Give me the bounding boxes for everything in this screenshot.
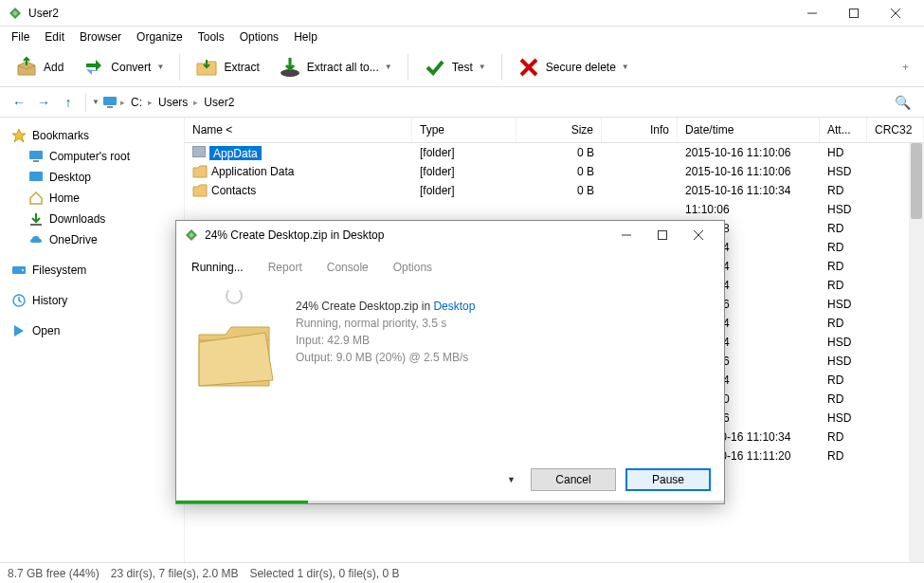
sidebar-item-desktop[interactable]: Desktop bbox=[23, 167, 178, 188]
dialog-maximize-button[interactable] bbox=[644, 222, 680, 248]
dialog-minimize-button[interactable] bbox=[608, 222, 644, 248]
convert-button[interactable]: Convert ▼ bbox=[75, 52, 172, 82]
tab-report[interactable]: Report bbox=[264, 255, 306, 280]
menu-organize[interactable]: Organize bbox=[129, 28, 190, 46]
chevron-down-icon[interactable]: ▼ bbox=[385, 63, 392, 71]
table-row[interactable]: Contacts[folder]0 B2015-10-16 11:10:34RD bbox=[185, 181, 924, 200]
tab-options[interactable]: Options bbox=[390, 255, 436, 280]
menu-edit[interactable]: Edit bbox=[37, 28, 72, 46]
folder-icon bbox=[192, 165, 208, 178]
sidebar-label: Bookmarks bbox=[32, 129, 89, 142]
sidebar-filesystem[interactable]: Filesystem bbox=[6, 260, 178, 281]
minimize-button[interactable] bbox=[791, 0, 833, 27]
sidebar-bookmarks[interactable]: Bookmarks bbox=[6, 125, 178, 146]
col-type[interactable]: Type bbox=[412, 118, 516, 142]
dialog-tabs: Running... Report Console Options bbox=[176, 249, 724, 280]
chevron-down-icon[interactable]: ▼ bbox=[479, 63, 486, 71]
convert-icon bbox=[82, 56, 105, 79]
chevron-down-icon[interactable]: ▼ bbox=[92, 98, 100, 106]
scrollbar[interactable] bbox=[909, 143, 924, 562]
sidebar-item-onedrive[interactable]: OneDrive bbox=[23, 229, 178, 250]
home-icon bbox=[28, 191, 44, 206]
crumb-users[interactable]: Users bbox=[154, 94, 191, 111]
tab-running[interactable]: Running... bbox=[188, 255, 247, 280]
cell-date: 2015-10-16 11:10:06 bbox=[678, 165, 820, 178]
navbar: ← → ↑ ▼ ▸ C: ▸ Users ▸ User2 🔍 bbox=[0, 87, 924, 118]
add-button[interactable]: Add bbox=[8, 52, 71, 82]
toolbar-separator bbox=[501, 54, 502, 81]
cell-type: [folder] bbox=[412, 146, 516, 159]
sidebar-history[interactable]: History bbox=[6, 290, 178, 311]
menu-tools[interactable]: Tools bbox=[190, 28, 232, 46]
svg-rect-5 bbox=[103, 97, 117, 105]
menu-file[interactable]: File bbox=[4, 28, 37, 46]
cell-att: HSD bbox=[820, 355, 867, 368]
sidebar-item-home[interactable]: Home bbox=[23, 188, 178, 209]
col-att[interactable]: Att... bbox=[820, 118, 867, 142]
forward-button[interactable]: → bbox=[32, 91, 55, 114]
menubar: File Edit Browser Organize Tools Options… bbox=[0, 27, 924, 47]
chevron-down-icon[interactable]: ▼ bbox=[622, 63, 629, 71]
folder-out-icon bbox=[195, 56, 218, 79]
pause-button[interactable]: Pause bbox=[625, 468, 711, 491]
search-icon[interactable]: 🔍 bbox=[889, 95, 916, 110]
sidebar-label: OneDrive bbox=[49, 233, 98, 246]
headline-link[interactable]: Desktop bbox=[433, 300, 475, 313]
extract-all-button[interactable]: Extract all to... ▼ bbox=[271, 52, 400, 82]
sidebar-label: Home bbox=[49, 191, 80, 205]
close-button[interactable] bbox=[875, 0, 916, 27]
table-row[interactable]: AppData[folder]0 B2015-10-16 11:10:06HD bbox=[185, 143, 924, 162]
desktop-icon bbox=[28, 170, 44, 185]
dialog-close-button[interactable] bbox=[680, 222, 716, 248]
menu-browser[interactable]: Browser bbox=[72, 28, 129, 46]
table-row[interactable]: 11:10:06HSD bbox=[185, 200, 924, 219]
cell-att: RD bbox=[820, 317, 867, 330]
cell-name: AppData bbox=[185, 146, 412, 160]
scroll-thumb[interactable] bbox=[911, 143, 922, 219]
chevron-down-icon[interactable]: ▼ bbox=[507, 475, 516, 484]
cell-type: [folder] bbox=[412, 165, 516, 178]
menu-help[interactable]: Help bbox=[286, 28, 325, 46]
back-button[interactable]: ← bbox=[8, 91, 30, 114]
monitor-icon bbox=[28, 149, 44, 164]
crumb-user2[interactable]: User2 bbox=[200, 94, 238, 111]
cancel-button[interactable]: Cancel bbox=[531, 468, 616, 491]
progress-dialog: 24% Create Desktop.zip in Desktop Runnin… bbox=[175, 220, 725, 504]
cell-att: RD bbox=[820, 449, 867, 463]
sidebar-item-downloads[interactable]: Downloads bbox=[23, 209, 178, 229]
chevron-down-icon[interactable]: ▼ bbox=[156, 63, 164, 71]
cell-att: RD bbox=[820, 373, 867, 387]
checkmark-icon bbox=[424, 56, 446, 79]
sidebar: Bookmarks Computer's root Desktop Home bbox=[0, 118, 184, 562]
svg-rect-9 bbox=[29, 172, 43, 181]
secure-delete-button[interactable]: Secure delete ▼ bbox=[510, 52, 637, 82]
chevron-right-icon: ▸ bbox=[193, 98, 198, 107]
statusbar: 8.7 GB free (44%) 23 dir(s), 7 file(s), … bbox=[0, 562, 924, 583]
maximize-button[interactable] bbox=[833, 0, 875, 27]
dialog-output: Output: 9.0 MB (20%) @ 2.5 MB/s bbox=[296, 351, 475, 364]
computer-icon bbox=[101, 96, 118, 109]
tab-console[interactable]: Console bbox=[323, 255, 372, 280]
table-row[interactable]: Application Data[folder]0 B2015-10-16 11… bbox=[185, 162, 924, 181]
crumb-drive[interactable]: C: bbox=[127, 94, 146, 111]
dialog-title: 24% Create Desktop.zip in Desktop bbox=[205, 228, 608, 242]
cell-att: HSD bbox=[820, 411, 867, 425]
col-date[interactable]: Date/time bbox=[678, 118, 820, 142]
sidebar-open[interactable]: Open bbox=[6, 320, 178, 341]
up-button[interactable]: ↑ bbox=[57, 91, 80, 114]
clock-icon bbox=[11, 293, 27, 308]
disk-icon bbox=[11, 263, 27, 278]
file-header: Name < Type Size Info Date/time Att... C… bbox=[185, 118, 924, 143]
sidebar-label: Open bbox=[32, 324, 60, 337]
col-size[interactable]: Size bbox=[516, 118, 602, 142]
col-info[interactable]: Info bbox=[602, 118, 678, 142]
toolbar-add-icon[interactable]: + bbox=[895, 61, 916, 74]
col-crc[interactable]: CRC32 bbox=[867, 118, 924, 142]
menu-options[interactable]: Options bbox=[232, 28, 286, 46]
status-free: 8.7 GB free (44%) bbox=[8, 567, 100, 580]
col-name[interactable]: Name < bbox=[185, 118, 412, 142]
dialog-titlebar: 24% Create Desktop.zip in Desktop bbox=[176, 221, 724, 249]
extract-button[interactable]: Extract bbox=[188, 52, 266, 82]
sidebar-item-computers-root[interactable]: Computer's root bbox=[23, 146, 178, 167]
test-button[interactable]: Test ▼ bbox=[416, 52, 494, 82]
